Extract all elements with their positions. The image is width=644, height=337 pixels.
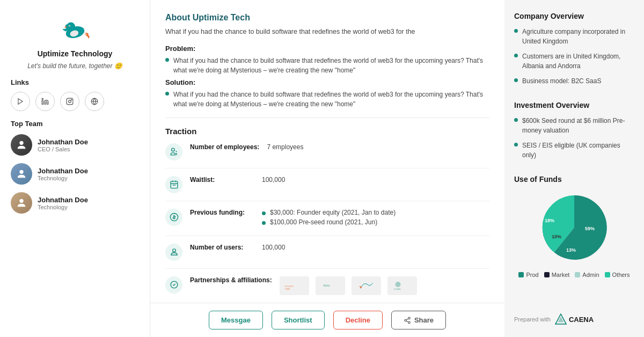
problem-text: What if you had the chance to build soft… — [173, 56, 489, 75]
company-overview-section: Company Overview Agriculture company inc… — [514, 12, 634, 91]
website-link[interactable] — [85, 92, 104, 111]
legend-label-admin: Admin — [582, 272, 599, 278]
member-name-2: Johnathan Doe — [38, 167, 88, 175]
team-member-1: Johnathan Doe CEO / Sales — [11, 134, 139, 156]
funding-text-2: $100,000 Pre-seed round (2021, Jun) — [270, 218, 377, 226]
overview-bullet-2: Customers are in United Kingdom, Albania… — [514, 52, 634, 71]
decline-button[interactable]: Decline — [333, 311, 383, 329]
svg-text:ROCKET: ROCKET — [285, 285, 294, 288]
users-label: Number of users: — [190, 244, 254, 251]
shortlist-button[interactable]: Shortlist — [272, 311, 325, 329]
svg-point-13 — [19, 141, 23, 145]
employees-icon — [165, 143, 182, 160]
partnerships-value: ROCKETTEAM Mello — [280, 276, 489, 295]
svg-text:HealiBio: HealiBio — [394, 288, 401, 290]
overview-text-2: Customers are in United Kingdom, Albania… — [522, 52, 634, 71]
pie-chart-container: 59% 18% 10% 13% Prod Market — [514, 190, 634, 278]
member-info-1: Johnathan Doe CEO / Sales — [38, 138, 88, 152]
prepared-by: Prepared with CAENA — [514, 313, 634, 325]
about-title: About Uptimize Tech — [165, 13, 489, 23]
team-member-2: Johnathan Doe Technology — [11, 163, 139, 185]
traction-users: Number of users: 100,000 — [165, 244, 489, 269]
svg-point-31 — [408, 321, 411, 324]
svg-rect-6 — [42, 100, 43, 104]
svg-line-32 — [406, 320, 408, 321]
links-icons — [11, 92, 139, 111]
member-role-3: Technology — [38, 204, 88, 210]
svg-point-30 — [405, 319, 407, 321]
member-name-3: Johnathan Doe — [38, 196, 88, 204]
member-info-3: Johnathan Doe Technology — [38, 196, 88, 210]
legend-dot-admin — [575, 272, 580, 277]
overview-dot-1 — [514, 29, 518, 33]
svg-text:Mello: Mello — [324, 283, 330, 287]
svg-line-33 — [406, 318, 408, 319]
svg-point-15 — [19, 199, 23, 203]
message-button[interactable]: Messgae — [209, 311, 263, 329]
youtube-link[interactable] — [11, 92, 30, 111]
overview-text-3: Business model: B2C SaaS — [522, 76, 601, 86]
investment-bullet-1: $600k Seed round at $6 million Pre-money… — [514, 116, 634, 135]
investment-text-1: $600k Seed round at $6 million Pre-money… — [522, 116, 634, 135]
solution-label: Solution: — [165, 78, 489, 86]
use-of-funds-section: Use of Funds — [514, 175, 634, 278]
legend-dot-prod — [518, 272, 524, 277]
linkedin-link[interactable] — [35, 92, 55, 111]
member-name-1: Johnathan Doe — [38, 138, 88, 146]
svg-marker-5 — [18, 99, 23, 105]
investment-text-2: SEIS / EIS eligible (UK companies only) — [522, 141, 634, 160]
use-of-funds-title: Use of Funds — [514, 175, 634, 184]
partnerships-label: Partnerships & affiliations: — [190, 276, 272, 284]
legend-label-market: Market — [552, 272, 570, 278]
legend-others: Others — [605, 272, 630, 278]
instagram-link[interactable] — [60, 92, 79, 111]
legend-dot-others — [605, 272, 610, 277]
users-icon — [165, 244, 182, 261]
member-role-2: Technology — [38, 175, 88, 181]
share-button[interactable]: Share — [391, 311, 446, 329]
svg-point-9 — [69, 100, 71, 103]
traction-waitlist: Waitlist: 100,000 — [165, 176, 489, 201]
svg-text:TEAM: TEAM — [285, 288, 290, 290]
caena-text: CAENA — [569, 316, 594, 324]
action-bar: Messgae Shortlist Decline Share — [150, 303, 504, 337]
legend-market: Market — [544, 272, 570, 278]
overview-text-1: Agriculture company incorporated in Unit… — [522, 27, 634, 46]
svg-point-10 — [71, 99, 72, 100]
top-team-section: Top Team Johnathan Doe CEO / Sales Johna… — [11, 120, 139, 221]
legend-admin: Admin — [575, 272, 599, 278]
links-title: Links — [11, 78, 139, 86]
svg-text:13%: 13% — [566, 247, 576, 253]
traction-title: Traction — [165, 127, 489, 136]
company-overview-title: Company Overview — [514, 12, 634, 20]
overview-dot-2 — [514, 54, 518, 57]
svg-point-29 — [408, 317, 411, 319]
overview-dot-3 — [514, 78, 518, 82]
svg-text:18%: 18% — [545, 218, 554, 223]
svg-text:10%: 10% — [552, 234, 561, 239]
traction-grid: Number of employees: 7 employees Waitlis… — [165, 143, 489, 303]
about-intro: What if you had the chance to build soft… — [165, 27, 489, 37]
waitlist-icon — [165, 176, 182, 193]
overview-bullet-3: Business model: B2C SaaS — [514, 76, 634, 86]
caena-icon — [555, 313, 567, 325]
avatar-3 — [11, 192, 32, 214]
share-label: Share — [414, 316, 434, 324]
svg-point-16 — [171, 148, 174, 151]
member-role-1: CEO / Sales — [38, 146, 88, 152]
partner-logo-1: ROCKETTEAM — [280, 276, 309, 295]
team-member-3: Johnathan Doe Technology — [11, 192, 139, 214]
prepared-by-text: Prepared with — [514, 316, 551, 323]
partner-logo-2: Mello — [316, 276, 345, 295]
bullet-dot — [165, 58, 169, 62]
pie-chart: 59% 18% 10% 13% — [531, 190, 617, 265]
svg-point-1 — [67, 23, 75, 31]
caena-logo: CAENA — [555, 313, 594, 325]
funding-icon — [165, 209, 182, 226]
main-scroll: About Uptimize Tech What if you had the … — [150, 0, 504, 303]
bullet-dot-2 — [165, 92, 169, 96]
legend-label-others: Others — [612, 272, 630, 278]
top-team-title: Top Team — [11, 120, 139, 128]
right-sidebar: Company Overview Agriculture company inc… — [504, 0, 644, 337]
traction-partnerships: Partnerships & affiliations: ROCKETTEAM … — [165, 276, 489, 303]
